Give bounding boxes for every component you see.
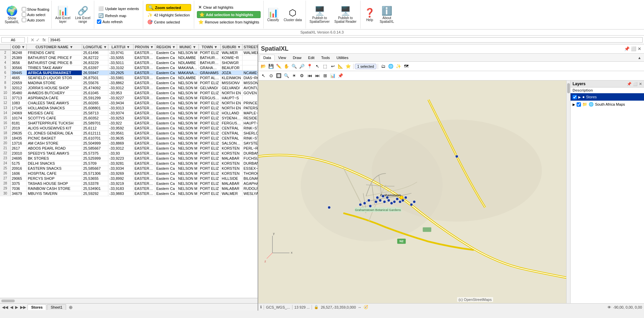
table-cell[interactable]: SHOWGR	[221, 60, 243, 65]
table-cell[interactable]: -33,9183	[108, 186, 133, 191]
table-cell[interactable]: Eastern Ca	[155, 75, 177, 80]
table-row[interactable]: 2729065PERCYS SHOP25,53655-33,8992EASTER…	[0, 176, 258, 181]
tool-move-icon[interactable]: ✋	[283, 63, 290, 70]
table-cell[interactable]: PERL~RO	[243, 146, 258, 151]
table-cell[interactable]: BILGNAU	[243, 176, 258, 181]
table-cell[interactable]: KOWIE~R	[221, 55, 243, 60]
table-cell[interactable]: 39445	[11, 70, 27, 75]
table-cell[interactable]: -33,5011	[108, 60, 133, 65]
table-cell[interactable]: CENTRAL	[221, 131, 243, 136]
table-cell[interactable]: PORT ELIZ	[199, 106, 221, 110]
sheet1-tab[interactable]: Sheet1	[47, 304, 66, 310]
table-cell[interactable]: NELSON M	[177, 126, 199, 130]
tab-nav-next[interactable]: ▶	[14, 305, 19, 310]
table-cell[interactable]: PORT ELIZ	[199, 151, 221, 156]
zoom-selected-btn[interactable]: 🔍 Zoom selected	[146, 4, 191, 11]
tool2-prev-icon[interactable]: ⏮	[306, 72, 313, 79]
table-cell[interactable]: NELSON M	[177, 176, 199, 181]
table-cell[interactable]: Eastern Ca	[155, 106, 177, 110]
table-cell[interactable]	[243, 60, 258, 65]
table-cell[interactable]: Eastern Ca	[155, 151, 177, 156]
table-cell[interactable]: 8181	[11, 121, 27, 125]
table-cell[interactable]: 25,61496	[82, 50, 108, 55]
auto-select-cb[interactable]	[22, 12, 26, 17]
table-cell[interactable]: BATHURST	[199, 60, 221, 65]
table-cell[interactable]: Eastern Ca	[155, 96, 177, 100]
table-cell[interactable]: 24695	[11, 156, 27, 161]
table-cell[interactable]: 25,60352	[82, 116, 108, 120]
tool-zoom-out-icon[interactable]: 🔎	[298, 63, 306, 70]
table-cell[interactable]: 24069	[11, 111, 27, 115]
table-cell[interactable]: 25,504999	[82, 141, 108, 146]
table-cell[interactable]: 5175	[11, 161, 27, 166]
update-layer-extents-btn[interactable]: ⬜ Update layer extents	[97, 5, 140, 12]
table-row[interactable]: 168181SHATTERPRUFE TUCKSH25,589701-33,92…	[0, 121, 258, 126]
table-row[interactable]: 1035480AHMEDS BUTCHERY25,61045-33,953EAS…	[0, 91, 258, 96]
table-cell[interactable]	[243, 55, 258, 60]
tool-cursor-icon[interactable]: ✏️	[275, 63, 282, 70]
table-cell[interactable]: MALABAR	[221, 181, 243, 186]
table-cell[interactable]: EASTERN C	[133, 60, 155, 65]
table-cell[interactable]: KORSTEN	[221, 161, 243, 166]
cluster-data-btn[interactable]: ⬡ Cluster data	[282, 7, 304, 23]
table-cell[interactable]: 25,53655	[82, 176, 108, 181]
table-cell[interactable]: 2617	[11, 146, 27, 151]
table-cell[interactable]: PORT ELIZ	[199, 176, 221, 181]
table-cell[interactable]: ASPRANZA CAFE	[27, 96, 82, 100]
table-cell[interactable]: -33,9374	[108, 111, 133, 115]
table-cell[interactable]: Eastern Ca	[155, 65, 177, 70]
table-cell[interactable]: Eastern Ca	[155, 161, 177, 166]
table-cell[interactable]: NELSON M	[177, 81, 199, 85]
table-cell[interactable]: DURBAN~	[243, 151, 258, 156]
table-cell[interactable]: NELSON M	[177, 116, 199, 120]
table-row[interactable]: 2324695BK STORES25,525999-33,9223EASTERN…	[0, 156, 258, 161]
table-cell[interactable]: MAPLE~F	[243, 111, 258, 115]
classify-btn[interactable]: 📊 Classify	[266, 7, 281, 23]
table-cell[interactable]: -33,9592	[108, 126, 133, 130]
table-cell[interactable]: EASTERN C	[133, 91, 155, 95]
table-cell[interactable]: 25,534901	[82, 186, 108, 191]
tool-open-icon[interactable]: 📂	[260, 63, 267, 70]
table-row[interactable]: 2013716AM CASH STORE25,504999-33,8869EAS…	[0, 141, 258, 146]
table-cell[interactable]: MAKANA M	[177, 65, 199, 70]
table-cell[interactable]: 25,59292	[82, 191, 108, 196]
table-cell[interactable]: -33,5055	[108, 55, 133, 60]
table-cell[interactable]: BATHURST ONE PRICE B	[27, 60, 82, 65]
table-cell[interactable]: 17145	[11, 106, 27, 110]
col-header-G[interactable]: MUNIC ▼	[177, 44, 199, 50]
table-cell[interactable]: Eastern Ca	[155, 136, 177, 141]
table-cell[interactable]: 36248	[11, 50, 27, 55]
table-cell[interactable]: PORT ELIZ	[199, 126, 221, 130]
table-cell[interactable]: EASTERN C	[133, 81, 155, 85]
table-cell[interactable]: PORT ELIZ	[199, 121, 221, 125]
table-cell[interactable]: 25,610701	[82, 136, 108, 141]
table-cell[interactable]: SYDENHAM	[221, 116, 243, 120]
table-cell[interactable]: Eastern Ca	[155, 60, 177, 65]
table-cell[interactable]: NELSON M	[177, 171, 199, 176]
table-cell[interactable]: 7036	[11, 186, 27, 191]
table-cell[interactable]: SHERLOC	[243, 131, 258, 136]
table-cell[interactable]: MALABAR	[221, 186, 243, 191]
table-cell[interactable]: EASTERN C	[133, 186, 155, 191]
table-cell[interactable]: -33,9281	[108, 161, 133, 166]
table-cell[interactable]: 1606	[11, 171, 27, 176]
table-row[interactable]: 1317145HOLLANDIA SNACKS25,608801-33,9313…	[0, 106, 258, 111]
table-cell[interactable]: EASTERN C	[133, 75, 155, 80]
map-canvas[interactable]: N2 Grahamstown	[258, 81, 570, 303]
col-header-A[interactable]: COD ▼	[11, 44, 27, 50]
table-cell[interactable]: FERGUSON	[199, 96, 221, 100]
table-cell[interactable]: NELSON M	[177, 156, 199, 161]
table-cell[interactable]: GOVEN M	[243, 91, 258, 95]
table-cell[interactable]: HOLLAND	[221, 111, 243, 115]
table-row[interactable]: 639445AFRICA SUPERMARKET26,55947-33,2925…	[0, 70, 258, 75]
table-cell[interactable]: NELSON M	[177, 131, 199, 136]
table-cell[interactable]: 25,585667	[82, 146, 108, 151]
table-cell[interactable]: 29635	[11, 131, 27, 136]
table-cell[interactable]: MEISIES CAFE	[27, 111, 82, 115]
show-spatialxl-btn[interactable]: 🌍 Show SpatialXL	[3, 5, 20, 24]
table-cell[interactable]: 25,585667	[82, 166, 108, 171]
table-row[interactable]: 1510174SCOTTYS CAFE25,60352-33,9253EASTE…	[0, 116, 258, 121]
sa-maps-expand-icon[interactable]: ▶	[573, 103, 575, 106]
table-cell[interactable]: SEAFIELD LIQUOR STOR	[27, 75, 82, 80]
col-header-I[interactable]: SUBURI ▼	[221, 44, 243, 50]
